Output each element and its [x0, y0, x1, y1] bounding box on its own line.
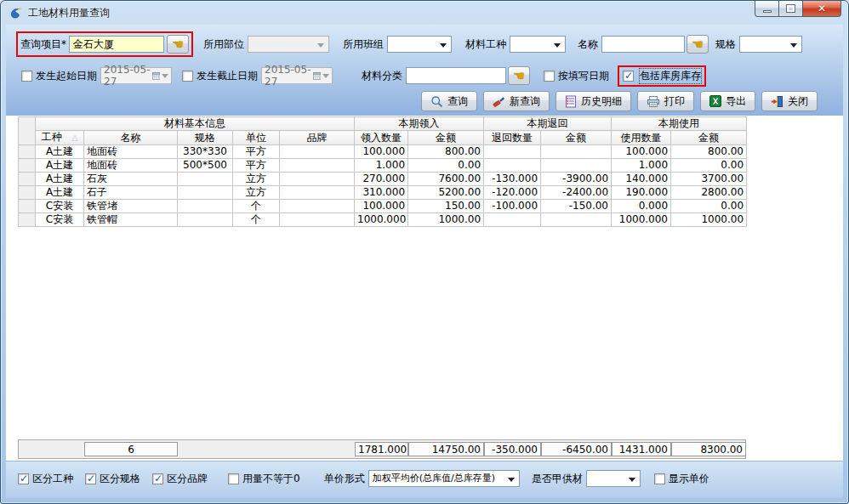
- table-cell[interactable]: 100.000: [612, 145, 671, 159]
- material-trade-select[interactable]: [510, 36, 566, 53]
- material-category-input[interactable]: [406, 67, 506, 84]
- table-cell[interactable]: 1.000: [355, 159, 408, 173]
- table-row[interactable]: A土建石子立方310.0005200.00-120.000-2400.00190…: [19, 186, 747, 200]
- table-cell[interactable]: [280, 213, 355, 227]
- table-cell[interactable]: 7600.00: [408, 173, 484, 186]
- table-cell[interactable]: 800.00: [671, 145, 747, 159]
- table-cell[interactable]: [280, 186, 355, 200]
- start-date-picker[interactable]: 2015-05-27: [100, 67, 172, 84]
- table-cell[interactable]: 1000.00: [671, 213, 747, 227]
- table-cell[interactable]: 500*500: [178, 159, 233, 173]
- column-header-used-qty[interactable]: 使用数量: [612, 131, 671, 145]
- table-cell[interactable]: 1.000: [612, 159, 671, 173]
- table-row[interactable]: C安装铁管帽个1000.0001000.001000.0001000.00: [19, 213, 747, 227]
- query-project-select-button[interactable]: ☚: [167, 35, 189, 54]
- column-header-received-qty[interactable]: 领入数量: [355, 131, 408, 145]
- column-header-unit[interactable]: 单位: [233, 131, 280, 145]
- row-indicator[interactable]: [19, 213, 36, 227]
- table-cell[interactable]: 150.00: [408, 200, 484, 213]
- table-cell[interactable]: 个: [233, 200, 280, 213]
- column-header-returned-amount[interactable]: 金额: [541, 131, 612, 145]
- table-cell[interactable]: [280, 145, 355, 159]
- table-cell[interactable]: 0.00: [408, 159, 484, 173]
- table-cell[interactable]: -120.000: [484, 186, 541, 200]
- table-cell[interactable]: [178, 200, 233, 213]
- table-cell[interactable]: A土建: [36, 173, 84, 186]
- history-detail-button[interactable]: 历史明细: [556, 91, 631, 111]
- owner-supplied-select[interactable]: [586, 470, 641, 487]
- maximize-button[interactable]: [779, 1, 803, 17]
- table-cell[interactable]: A土建: [36, 145, 84, 159]
- table-cell[interactable]: 石子: [84, 186, 178, 200]
- material-category-select-button[interactable]: ☚: [508, 66, 530, 85]
- table-cell[interactable]: 310.000: [355, 186, 408, 200]
- show-unit-price-checkbox[interactable]: [654, 473, 665, 484]
- table-cell[interactable]: 铁管堵: [84, 200, 178, 213]
- table-cell[interactable]: [178, 173, 233, 186]
- table-cell[interactable]: 1000.00: [408, 213, 484, 227]
- column-header-brand[interactable]: 品牌: [280, 131, 355, 145]
- table-cell[interactable]: -150.00: [541, 200, 612, 213]
- table-row[interactable]: A土建地面砖330*330平方100.000800.00100.000800.0…: [19, 145, 747, 159]
- table-cell[interactable]: [484, 145, 541, 159]
- table-cell[interactable]: 地面砖: [84, 145, 178, 159]
- table-row[interactable]: A土建地面砖500*500平方1.0000.001.0000.00: [19, 159, 747, 173]
- table-cell[interactable]: 100.000: [355, 145, 408, 159]
- end-date-picker[interactable]: 2015-05-27: [261, 67, 333, 84]
- table-cell[interactable]: 平方: [233, 145, 280, 159]
- table-cell[interactable]: 140.000: [612, 173, 671, 186]
- usage-not-zero-checkbox[interactable]: [228, 473, 239, 484]
- row-indicator[interactable]: [19, 145, 36, 159]
- table-cell[interactable]: 3700.00: [671, 173, 747, 186]
- table-cell[interactable]: [280, 200, 355, 213]
- column-header-trade[interactable]: 工种△: [36, 131, 84, 145]
- table-cell[interactable]: -2400.00: [541, 186, 612, 200]
- table-cell[interactable]: -3900.00: [541, 173, 612, 186]
- table-cell[interactable]: 石灰: [84, 173, 178, 186]
- table-cell[interactable]: A土建: [36, 159, 84, 173]
- table-cell[interactable]: 800.00: [408, 145, 484, 159]
- table-cell[interactable]: 190.000: [612, 186, 671, 200]
- table-cell[interactable]: [541, 213, 612, 227]
- table-cell[interactable]: 100.000: [355, 200, 408, 213]
- print-button[interactable]: 打印: [637, 91, 694, 111]
- export-button[interactable]: 导出: [700, 91, 755, 111]
- table-row[interactable]: A土建石灰立方270.0007600.00-130.000-3900.00140…: [19, 173, 747, 186]
- close-window-button[interactable]: 关闭: [761, 91, 818, 111]
- table-cell[interactable]: 地面砖: [84, 159, 178, 173]
- row-indicator[interactable]: [19, 159, 36, 173]
- material-name-select-button[interactable]: ☚: [687, 35, 709, 54]
- table-cell[interactable]: [280, 159, 355, 173]
- table-cell[interactable]: 立方: [233, 173, 280, 186]
- table-cell[interactable]: [484, 213, 541, 227]
- column-header-received-amount[interactable]: 金额: [408, 131, 484, 145]
- table-cell[interactable]: [541, 145, 612, 159]
- query-project-input[interactable]: 金石大厦: [69, 36, 164, 53]
- column-header-returned-qty[interactable]: 退回数量: [484, 131, 541, 145]
- spec-select[interactable]: [739, 36, 802, 53]
- table-cell[interactable]: [280, 173, 355, 186]
- table-cell[interactable]: 立方: [233, 186, 280, 200]
- distinguish-brand-checkbox[interactable]: [152, 473, 163, 484]
- table-row[interactable]: C安装铁管堵个100.000150.00-100.000-150.000.000…: [19, 200, 747, 213]
- table-cell[interactable]: A土建: [36, 186, 84, 200]
- table-cell[interactable]: [178, 186, 233, 200]
- table-cell[interactable]: [178, 213, 233, 227]
- start-date-checkbox[interactable]: [21, 71, 32, 82]
- table-cell[interactable]: -100.000: [484, 200, 541, 213]
- table-cell[interactable]: 铁管帽: [84, 213, 178, 227]
- new-query-button[interactable]: 新查询: [483, 91, 550, 111]
- table-cell[interactable]: 0.000: [612, 200, 671, 213]
- row-indicator[interactable]: [19, 200, 36, 213]
- table-cell[interactable]: 个: [233, 213, 280, 227]
- table-cell[interactable]: [484, 159, 541, 173]
- column-header-used-amount[interactable]: 金额: [671, 131, 747, 145]
- table-cell[interactable]: 0.00: [671, 159, 747, 173]
- table-cell[interactable]: 2800.00: [671, 186, 747, 200]
- distinguish-spec-checkbox[interactable]: [85, 473, 96, 484]
- table-cell[interactable]: C安装: [36, 200, 84, 213]
- column-header-name[interactable]: 名称: [84, 131, 178, 145]
- end-date-checkbox[interactable]: [182, 71, 193, 82]
- distinguish-trade-checkbox[interactable]: [18, 473, 29, 484]
- price-mode-select[interactable]: 加权平均价(总库值/总库存量): [368, 470, 520, 487]
